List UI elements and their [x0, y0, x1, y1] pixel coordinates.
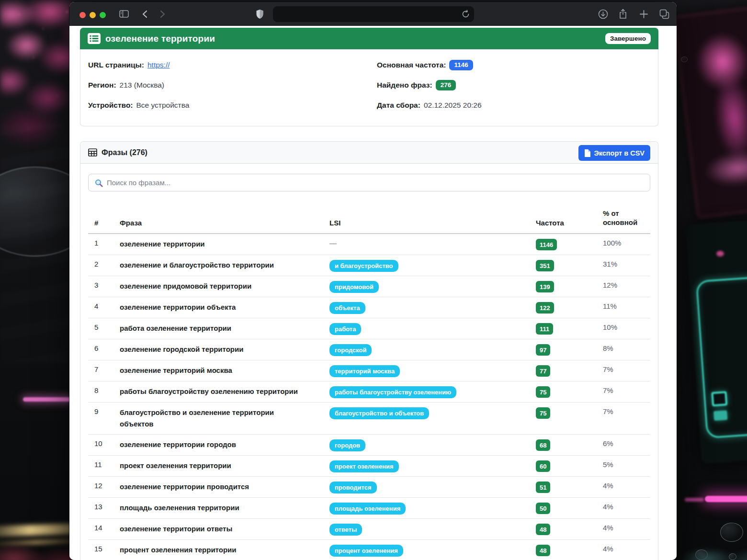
phrase-text: озеленение территории ответы	[113, 519, 301, 539]
column-header-freq: Частота	[530, 209, 597, 233]
neon-strip	[705, 496, 747, 502]
collection-date-label: Дата сбора:	[377, 101, 420, 110]
table-row: 2озеленение и благоустройство территории…	[88, 255, 650, 276]
percent-of-base: 4%	[597, 519, 650, 539]
table-row: 10озеленение территории городовгородов68…	[88, 435, 650, 456]
frequency-badge: 111	[536, 323, 553, 335]
light-dot	[716, 251, 724, 257]
table-header: # Фраза LSI Частота % от основной	[88, 209, 650, 234]
percent-of-base: 12%	[597, 276, 650, 297]
percent-of-base: 10%	[597, 318, 650, 339]
percent-of-base: 7%	[597, 360, 650, 381]
table-row: 14озеленение территории ответыответы484%	[88, 519, 650, 540]
share-icon[interactable]	[618, 2, 628, 26]
neon-sign	[685, 218, 747, 464]
frequency-cell: 75	[530, 381, 597, 402]
device-label: Устройство:	[88, 101, 133, 110]
table-row: 9благоустройство и озеленение территории…	[88, 403, 650, 435]
table-row: 12озеленение территории проводитсяпровод…	[88, 477, 650, 498]
phrase-text: озеленение придомовой территории	[113, 276, 301, 297]
phrase-text: озеленение территорий москва	[113, 360, 301, 381]
frequency-badge: 51	[536, 482, 550, 493]
neon-sign	[672, 3, 747, 220]
row-number: 7	[88, 360, 113, 381]
frequency-badge: 139	[536, 281, 554, 292]
lsi-cell: работы благоустройству озеленению	[323, 381, 530, 402]
browser-window: озеленение территории Завершено URL стра…	[69, 2, 677, 560]
phrases-found-badge: 276	[436, 80, 456, 90]
neon-strip	[685, 498, 704, 502]
phrase-text: работа озеленение территории	[113, 318, 301, 339]
frequency-badge: 351	[536, 260, 554, 271]
downloads-icon[interactable]	[598, 2, 608, 26]
privacy-shield-icon[interactable]	[254, 2, 265, 26]
bubble-decoration	[681, 56, 688, 62]
tab-overview-icon[interactable]	[658, 2, 670, 26]
lsi-cell: и благоустройство	[323, 255, 530, 276]
lsi-cell: территорий москва	[323, 360, 530, 381]
column-header-phrase: Фраза	[113, 209, 323, 233]
report-info: URL страницы: https:// Регион: 213 (Моск…	[80, 49, 658, 126]
lsi-empty: —	[329, 239, 337, 247]
phrase-text: озеленение территории городов	[113, 435, 301, 455]
frequency-badge: 1146	[536, 239, 557, 250]
neon-strip	[23, 397, 71, 402]
reload-icon[interactable]	[461, 10, 470, 19]
frequency-badge: 97	[536, 344, 550, 356]
region-label: Регион:	[88, 81, 116, 90]
phrase-text: озеленение и благоустройство территории	[113, 255, 301, 276]
phrase-text: озеленение территории объекта	[113, 297, 301, 318]
frequency-cell: 48	[530, 540, 597, 560]
frequency-badge: 77	[536, 365, 550, 377]
lsi-cell: —	[323, 234, 530, 255]
new-tab-icon[interactable]	[638, 2, 649, 26]
lsi-cell: объекта	[323, 297, 530, 318]
lsi-badge: процент озеленения	[329, 545, 403, 557]
phrases-card-body: Поиск по фразам... # Фраза LSI Частота %…	[80, 164, 658, 560]
url-link[interactable]: https://	[147, 61, 170, 69]
frequency-badge: 60	[536, 460, 550, 472]
row-number: 12	[88, 477, 113, 497]
row-number: 6	[88, 339, 113, 360]
phrase-text: процент озеленения территории	[113, 540, 301, 560]
phrase-text: площадь озеленения территории	[113, 498, 301, 518]
lsi-cell: площадь озеленения	[323, 498, 530, 518]
percent-of-base: 4%	[597, 477, 650, 497]
table-row: 7озеленение территорий москватерриторий …	[88, 360, 650, 381]
table-row: 3озеленение придомовой территориипридомо…	[88, 276, 650, 297]
address-bar[interactable]	[273, 6, 474, 22]
back-icon[interactable]	[140, 2, 149, 26]
fullscreen-window-button[interactable]	[100, 12, 106, 18]
percent-of-base: 100%	[597, 234, 650, 255]
page-title: озеленение территории	[105, 34, 215, 44]
lsi-badge: проводится	[329, 482, 377, 493]
forward-icon[interactable]	[158, 2, 167, 26]
export-csv-button[interactable]: Экспорт в CSV	[578, 145, 650, 161]
file-icon	[584, 149, 590, 157]
frequency-badge: 48	[536, 545, 550, 556]
frequency-cell: 97	[530, 339, 597, 360]
lsi-badge: городской	[329, 344, 372, 356]
row-number: 10	[88, 435, 113, 455]
frequency-cell: 60	[530, 456, 597, 476]
lsi-badge: работы благоустройству озеленению	[329, 386, 456, 398]
lsi-cell: городов	[323, 435, 530, 455]
lsi-badge: объекта	[329, 302, 365, 314]
report-header: озеленение территории Завершено	[80, 28, 658, 49]
table-row: 8работы благоустройству озеленению терри…	[88, 381, 650, 403]
base-frequency-badge: 1146	[449, 60, 473, 70]
lsi-badge: придомовой	[329, 281, 379, 293]
frequency-cell: 77	[530, 360, 597, 381]
frequency-cell: 139	[530, 276, 597, 297]
frequency-badge: 68	[536, 439, 550, 451]
sidebar-toggle-icon[interactable]	[119, 2, 129, 26]
lsi-cell: процент озеленения	[323, 540, 530, 560]
minimize-window-button[interactable]	[90, 12, 96, 18]
frequency-cell: 122	[530, 297, 597, 318]
close-window-button[interactable]	[79, 12, 86, 18]
device-value: Все устройства	[136, 101, 190, 110]
column-header-pct: % от основной	[597, 209, 648, 233]
search-input[interactable]: Поиск по фразам...	[88, 174, 650, 191]
collection-date-value: 02.12.2025 20:26	[424, 101, 482, 110]
row-number: 11	[88, 456, 113, 476]
